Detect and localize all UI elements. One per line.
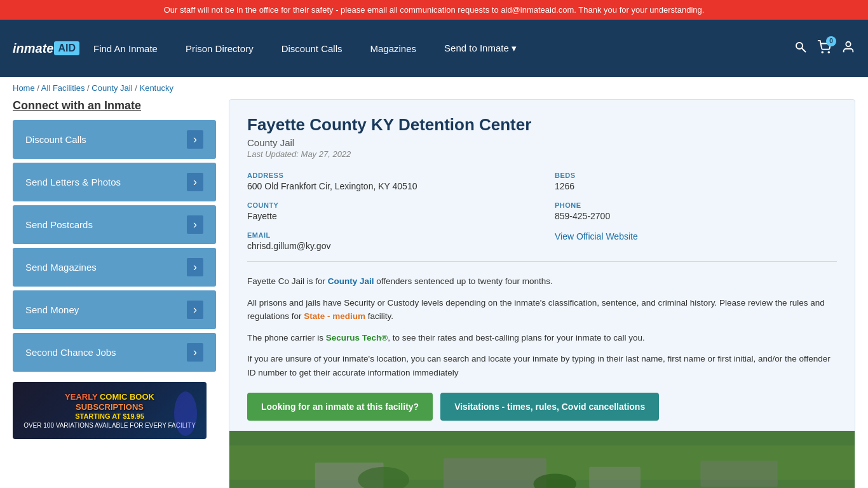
nav-find-inmate[interactable]: Find An Inmate	[79, 37, 172, 60]
search-button[interactable]	[794, 41, 807, 57]
nav-prison-directory[interactable]: Prison Directory	[172, 37, 268, 60]
facility-panel: Fayette County KY Detention Center Count…	[229, 99, 855, 488]
svg-point-2	[822, 51, 823, 53]
svg-line-1	[802, 48, 806, 52]
send-money-button[interactable]: Send Money ›	[13, 290, 216, 329]
svg-rect-11	[700, 461, 777, 486]
breadcrumb-county-jail[interactable]: County Jail	[92, 83, 132, 93]
send-magazines-label: Send Magazines	[25, 262, 97, 273]
breadcrumb: Home / All Facilities / County Jail / Ke…	[0, 77, 868, 99]
address-label: ADDRESS	[247, 172, 529, 179]
logo-inmate-text: inmate	[13, 41, 53, 56]
send-magazines-chevron: ›	[187, 258, 203, 276]
svg-point-0	[796, 43, 803, 49]
website-link[interactable]: View Official Website	[555, 231, 638, 241]
nav-magazines[interactable]: Magazines	[356, 37, 431, 60]
svg-rect-10	[589, 466, 641, 488]
beds-label: BEDS	[555, 172, 837, 179]
cart-badge: 0	[826, 36, 836, 46]
second-chance-jobs-button[interactable]: Second Chance Jobs ›	[13, 333, 216, 372]
nav-discount-calls[interactable]: Discount Calls	[268, 37, 356, 60]
svg-point-5	[174, 391, 197, 436]
phone-value: 859-425-2700	[555, 211, 837, 221]
send-letters-chevron: ›	[187, 173, 203, 191]
svg-point-3	[828, 51, 829, 53]
county-value: Fayette	[247, 211, 529, 221]
send-letters-button[interactable]: Send Letters & Photos ›	[13, 163, 216, 201]
phone-label: PHONE	[555, 201, 837, 209]
breadcrumb-kentucky[interactable]: Kentucky	[139, 83, 173, 93]
address-block: ADDRESS 600 Old Frankfort Cir, Lexington…	[247, 172, 529, 191]
facility-desc-4: If you are unsure of your inmate's locat…	[247, 352, 837, 379]
facility-photo	[229, 431, 855, 488]
facility-desc-3: The phone carrier is Securus Tech®, to s…	[247, 331, 837, 345]
email-block: EMAIL chrisd.gillum@ky.gov	[247, 231, 529, 251]
county-label: COUNTY	[247, 201, 529, 209]
logo[interactable]: inmate AID	[13, 41, 79, 56]
action-buttons: Looking for an inmate at this facility? …	[247, 393, 837, 421]
svg-point-4	[846, 41, 850, 46]
facility-type: County Jail	[247, 137, 837, 148]
nav-icons: 0	[794, 40, 855, 57]
ad-banner[interactable]: YEARLY COMIC BOOK SUBSCRIPTIONS STARTING…	[13, 382, 207, 439]
website-block: View Official Website	[555, 231, 837, 251]
nav-send-to-inmate[interactable]: Send to Inmate ▾	[430, 36, 531, 60]
visitations-button[interactable]: Visitations - times, rules, Covid cancel…	[440, 393, 659, 421]
logo-aid-text: AID	[54, 41, 79, 55]
email-label: EMAIL	[247, 231, 529, 239]
beds-block: BEDS 1266	[555, 172, 837, 191]
phone-block: PHONE 859-425-2700	[555, 201, 837, 221]
send-money-label: Send Money	[25, 304, 79, 315]
facility-desc-2: All prisons and jails have Security or C…	[247, 296, 837, 323]
facility-desc-1: Fayette Co Jail is for County Jail offen…	[247, 274, 837, 288]
send-postcards-label: Send Postcards	[25, 219, 93, 230]
send-money-chevron: ›	[187, 301, 203, 319]
address-value: 600 Old Frankfort Cir, Lexington, KY 405…	[247, 181, 529, 191]
send-postcards-chevron: ›	[187, 215, 203, 234]
securus-tech-link[interactable]: Securus Tech®	[326, 333, 388, 342]
discount-calls-chevron: ›	[187, 130, 203, 149]
state-medium-link[interactable]: State - medium	[304, 311, 365, 321]
alert-text: Our staff will not be in the office for …	[164, 5, 705, 15]
second-chance-label: Second Chance Jobs	[25, 347, 116, 358]
cart-button[interactable]: 0	[817, 40, 831, 57]
sidebar-title: Connect with an Inmate	[13, 99, 216, 112]
county-block: COUNTY Fayette	[247, 201, 529, 221]
discount-calls-button[interactable]: Discount Calls ›	[13, 120, 216, 159]
facility-name: Fayette County KY Detention Center	[247, 115, 837, 135]
breadcrumb-home[interactable]: Home	[13, 83, 35, 93]
user-button[interactable]	[841, 40, 855, 57]
alert-banner: Our staff will not be in the office for …	[0, 0, 868, 20]
info-grid: ADDRESS 600 Old Frankfort Cir, Lexington…	[247, 172, 837, 262]
main-nav: Find An Inmate Prison Directory Discount…	[79, 36, 794, 60]
second-chance-chevron: ›	[187, 343, 203, 362]
beds-value: 1266	[555, 181, 837, 191]
facility-updated: Last Updated: May 27, 2022	[247, 149, 837, 159]
send-letters-label: Send Letters & Photos	[25, 177, 121, 187]
discount-calls-label: Discount Calls	[25, 134, 86, 145]
email-value: chrisd.gillum@ky.gov	[247, 241, 529, 251]
svg-rect-9	[444, 458, 546, 488]
county-jail-link[interactable]: County Jail	[328, 276, 374, 286]
sidebar: Connect with an Inmate Discount Calls › …	[13, 99, 216, 488]
breadcrumb-all-facilities[interactable]: All Facilities	[41, 83, 85, 93]
find-inmate-button[interactable]: Looking for an inmate at this facility?	[247, 393, 433, 421]
send-postcards-button[interactable]: Send Postcards ›	[13, 205, 216, 244]
header: inmate AID Find An Inmate Prison Directo…	[0, 20, 868, 77]
main-content: Connect with an Inmate Discount Calls › …	[0, 99, 868, 488]
send-magazines-button[interactable]: Send Magazines ›	[13, 248, 216, 287]
